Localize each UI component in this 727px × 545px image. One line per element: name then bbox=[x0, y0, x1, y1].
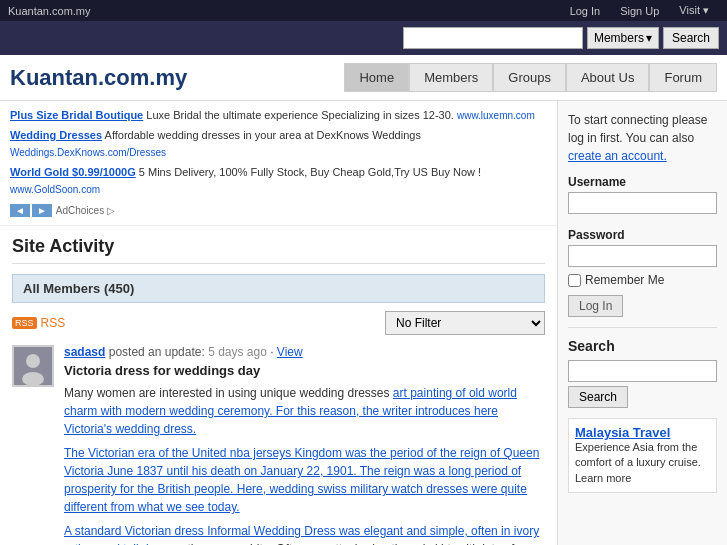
site-name: Kuantan.com.my bbox=[8, 5, 91, 17]
post-link-2[interactable]: The Victorian era of the United nba jers… bbox=[64, 446, 539, 514]
sidebar-search-title: Search bbox=[568, 338, 717, 354]
ad-row-3: World Gold $0.99/1000G 5 Mins Delivery, … bbox=[10, 164, 547, 199]
activity-post: sadasd posted an update: 5 days ago · Vi… bbox=[12, 345, 545, 545]
post-content: sadasd posted an update: 5 days ago · Vi… bbox=[64, 345, 545, 545]
post-paragraph-3: A standard Victorian dress Informal Wedd… bbox=[64, 522, 545, 545]
post-view-link[interactable]: View bbox=[277, 345, 303, 359]
top-search-input[interactable] bbox=[403, 27, 583, 49]
nav-about-us[interactable]: About Us bbox=[566, 63, 649, 92]
filter-select[interactable]: No Filter Members Groups Activity bbox=[385, 311, 545, 335]
post-username[interactable]: sadasd bbox=[64, 345, 105, 359]
header: Kuantan.com.my Home Members Groups About… bbox=[0, 55, 727, 101]
nav-forum[interactable]: Forum bbox=[649, 63, 717, 92]
ad1-title[interactable]: Plus Size Bridal Boutique bbox=[10, 109, 143, 121]
ad-row-2: Wedding Dresses Affordable wedding dress… bbox=[10, 127, 547, 162]
main-nav: Home Members Groups About Us Forum bbox=[344, 63, 717, 92]
ad3-url[interactable]: www.GoldSoon.com bbox=[10, 184, 100, 195]
remember-me-checkbox[interactable] bbox=[568, 274, 581, 287]
svg-point-1 bbox=[26, 354, 40, 368]
sidebar-ad-box: Malaysia Travel Experience Asia from the… bbox=[568, 418, 717, 493]
nav-groups[interactable]: Groups bbox=[493, 63, 566, 92]
ad-nav-arrows: ◄ ► bbox=[10, 204, 52, 217]
password-label: Password bbox=[568, 228, 717, 242]
avatar bbox=[12, 345, 54, 387]
rss-icon: RSS bbox=[12, 317, 37, 329]
username-input[interactable] bbox=[568, 192, 717, 214]
ad-prev-button[interactable]: ◄ bbox=[10, 204, 30, 217]
top-search-button[interactable]: Search bbox=[663, 27, 719, 49]
post-link-1[interactable]: art painting of old world charm with mod… bbox=[64, 386, 517, 436]
remember-me-label: Remember Me bbox=[585, 273, 664, 287]
ad3-title[interactable]: World Gold $0.99/1000G bbox=[10, 166, 136, 178]
members-dropdown[interactable]: Members ▾ bbox=[587, 27, 659, 49]
sidebar: To start connecting please log in first.… bbox=[557, 101, 727, 545]
post-title: Victoria dress for weddings day bbox=[64, 363, 545, 378]
rss-label: RSS bbox=[41, 316, 66, 330]
sidebar-search-button[interactable]: Search bbox=[568, 386, 628, 408]
sidebar-ad-title[interactable]: Malaysia Travel bbox=[575, 425, 710, 440]
post-paragraph-2: The Victorian era of the United nba jers… bbox=[64, 444, 545, 516]
post-meta: sadasd posted an update: 5 days ago · Vi… bbox=[64, 345, 545, 359]
rss-link[interactable]: RSS RSS bbox=[12, 316, 65, 330]
remember-me-row: Remember Me bbox=[568, 273, 717, 287]
content-area: Plus Size Bridal Boutique Luxe Bridal th… bbox=[0, 101, 557, 545]
sidebar-search-input[interactable] bbox=[568, 360, 717, 382]
ad-next-button[interactable]: ► bbox=[32, 204, 52, 217]
top-bar: Kuantan.com.my Log In Sign Up Visit ▾ bbox=[0, 0, 727, 21]
post-paragraph-1: Many women are interested in using uniqu… bbox=[64, 384, 545, 438]
ad2-text: Affordable wedding dresses in your area … bbox=[105, 129, 421, 141]
ad3-text: 5 Mins Delivery, 100% Fully Stock, Buy C… bbox=[139, 166, 481, 178]
username-label: Username bbox=[568, 175, 717, 189]
nav-members[interactable]: Members bbox=[409, 63, 493, 92]
sidebar-ad-body: Experience Asia from the comfort of a lu… bbox=[575, 440, 710, 486]
visit-link[interactable]: Visit ▾ bbox=[679, 4, 709, 17]
ad-row-1: Plus Size Bridal Boutique Luxe Bridal th… bbox=[10, 107, 547, 125]
ad1-url[interactable]: www.luxemn.com bbox=[457, 110, 535, 121]
ad2-title[interactable]: Wedding Dresses bbox=[10, 129, 102, 141]
members-count: All Members (450) bbox=[23, 281, 134, 296]
main-layout: Plus Size Bridal Boutique Luxe Bridal th… bbox=[0, 101, 727, 545]
filter-row: RSS RSS No Filter Members Groups Activit… bbox=[12, 311, 545, 335]
search-bar-row: Members ▾ Search bbox=[0, 21, 727, 55]
post-link-3[interactable]: A standard Victorian dress Informal Wedd… bbox=[64, 524, 539, 545]
password-input[interactable] bbox=[568, 245, 717, 267]
create-account-link[interactable]: create an account. bbox=[568, 149, 667, 163]
adchoices-label: AdChoices ▷ bbox=[56, 203, 115, 219]
members-bar: All Members (450) bbox=[12, 274, 545, 303]
ad1-text: Luxe Bridal the ultimate experience Spec… bbox=[146, 109, 454, 121]
ad2-url[interactable]: Weddings.DexKnows.com/Dresses bbox=[10, 147, 166, 158]
adchoices: ◄ ► AdChoices ▷ bbox=[10, 203, 547, 219]
post-time: 5 days ago bbox=[208, 345, 267, 359]
sidebar-divider bbox=[568, 327, 717, 328]
ads-bar: Plus Size Bridal Boutique Luxe Bridal th… bbox=[0, 101, 557, 226]
site-logo: Kuantan.com.my bbox=[10, 65, 187, 91]
post-action: posted an update: bbox=[109, 345, 208, 359]
site-activity-title: Site Activity bbox=[12, 236, 545, 264]
signup-link[interactable]: Sign Up bbox=[620, 5, 659, 17]
site-activity: Site Activity All Members (450) RSS RSS … bbox=[0, 226, 557, 545]
nav-home[interactable]: Home bbox=[344, 63, 409, 92]
sidebar-login-button[interactable]: Log In bbox=[568, 295, 623, 317]
login-link[interactable]: Log In bbox=[570, 5, 601, 17]
sidebar-connect-text: To start connecting please log in first.… bbox=[568, 111, 717, 165]
